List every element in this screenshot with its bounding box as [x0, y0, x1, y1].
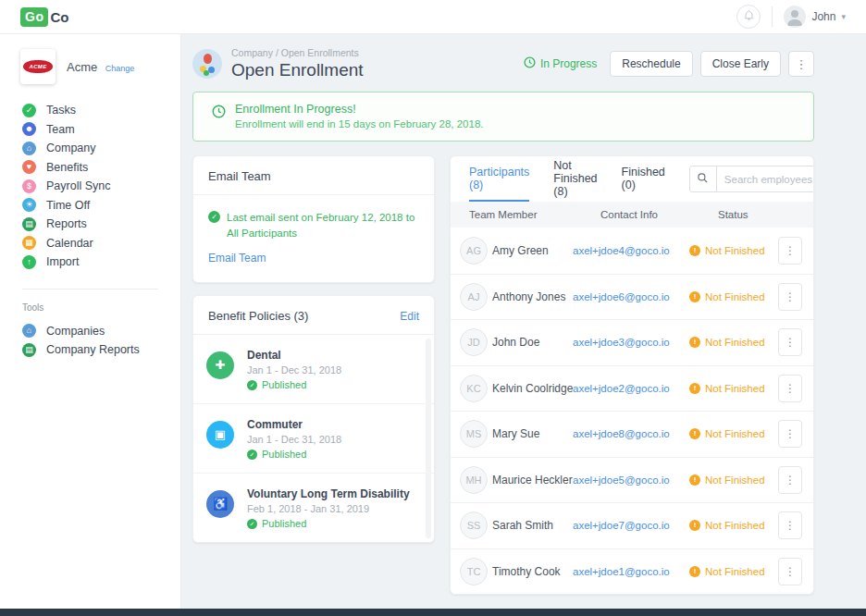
row-kebab-menu-button[interactable]: ⋮ [778, 558, 802, 585]
policy-item[interactable]: ▣ Commuter Jan 1 - Dec 31, 2018 ✓ Publis… [193, 403, 434, 473]
row-kebab-menu-button[interactable]: ⋮ [778, 375, 802, 402]
sidebar-item[interactable]: ↑ Import [0, 253, 180, 272]
policies-scrollbar[interactable] [426, 339, 431, 538]
sidebar-item[interactable]: ☻ Team [0, 120, 180, 140]
sidebar-tool-item-label: Companies [46, 325, 105, 338]
policy-dates: Jan 1 - Dec 31, 2018 [247, 364, 341, 376]
header-kebab-menu-button[interactable]: ⋮ [788, 51, 814, 77]
row-kebab-menu-button[interactable]: ⋮ [778, 511, 802, 539]
policy-dates: Jan 1 - Dec 31, 2018 [247, 434, 341, 445]
sidebar-item[interactable]: ▦ Calendar [0, 234, 180, 253]
member-email-link[interactable]: axel+jdoe3@goco.io [573, 337, 689, 348]
wheelchair-icon: ♿ [206, 490, 234, 518]
sidebar-item[interactable]: ☀ Time Off [0, 196, 180, 216]
row-kebab-menu-button[interactable]: ⋮ [778, 328, 802, 356]
status-badge: In Progress [524, 56, 597, 71]
participants-tab[interactable]: Not Finished (8) [553, 156, 597, 202]
kebab-icon: ⋮ [785, 336, 796, 349]
user-menu[interactable]: John ▾ [784, 6, 846, 28]
sidebar-tool-item[interactable]: ⌂ Companies [0, 322, 180, 341]
member-name: Kelvin Coolridge [492, 382, 573, 395]
change-company-link[interactable]: Change [105, 64, 135, 73]
member-name: Amy Green [492, 244, 573, 257]
calendar-icon: ▦ [22, 236, 36, 250]
sidebar-tools-nav: ⌂ Companies ▤ Company Reports [0, 322, 180, 360]
sidebar-item-label: Payroll Sync [46, 179, 110, 192]
member-email-link[interactable]: axel+jdoe5@goco.io [573, 474, 689, 486]
avatar: KC [460, 375, 488, 402]
search-control [689, 166, 814, 192]
reschedule-button[interactable]: Reschedule [610, 51, 692, 77]
row-kebab-menu-button[interactable]: ⋮ [778, 420, 802, 448]
participants-tab[interactable]: Participants (8) [469, 156, 529, 202]
member-status: ! Not Finished [689, 520, 778, 531]
sidebar-item-label: Company [46, 142, 96, 154]
breadcrumb-company[interactable]: Company [231, 47, 273, 58]
import-icon: ↑ [22, 255, 36, 269]
table-row: JD John Doe axel+jdoe3@goco.io ! Not Fin… [451, 319, 813, 365]
participants-tabs: Participants (8) Not Finished (8) Finish… [451, 156, 813, 202]
user-avatar [784, 6, 806, 28]
breadcrumb-open-enrollments[interactable]: Open Enrollments [281, 47, 359, 58]
goco-logo-badge: Go [20, 7, 48, 27]
member-status: ! Not Finished [689, 245, 778, 256]
kebab-icon: ⋮ [785, 474, 796, 487]
page-title: Open Enrollment [231, 60, 364, 80]
member-email-link[interactable]: axel+jdoe1@goco.io [573, 566, 689, 577]
policy-item[interactable]: ✚ Dental Jan 1 - Dec 31, 2018 ✓ Publishe… [193, 335, 434, 403]
check-icon: ✓ [247, 519, 257, 529]
row-kebab-menu-button[interactable]: ⋮ [778, 466, 802, 494]
sidebar: ACME Acme Change ✓ Tasks ☻ Team [0, 34, 181, 609]
email-team-card: Email Team ✓ Last email sent on February… [192, 155, 435, 283]
company-switcher: ACME Acme Change [0, 49, 180, 101]
table-row: KC Kelvin Coolridge axel+jdoe2@goco.io !… [451, 365, 813, 412]
member-status: ! Not Finished [689, 291, 778, 302]
warning-icon: ! [689, 520, 700, 531]
member-email-link[interactable]: axel+jdoe7@goco.io [573, 520, 689, 531]
benefit-policies-title: Benefit Policies (3) [208, 309, 308, 323]
row-kebab-menu-button[interactable]: ⋮ [778, 237, 802, 265]
member-name: John Doe [492, 336, 573, 349]
member-email-link[interactable]: axel+jdoe6@goco.io [573, 291, 689, 302]
enrollment-balloons-icon [192, 49, 222, 79]
participants-tab[interactable]: Finished (0) [622, 156, 665, 202]
policy-name: Dental [247, 349, 341, 362]
sidebar-tool-item-label: Company Reports [46, 343, 140, 356]
member-status: ! Not Finished [689, 337, 778, 348]
team-icon: ☻ [22, 122, 36, 136]
email-team-link[interactable]: Email Team [208, 252, 266, 265]
sidebar-item[interactable]: ♥ Benefits [0, 158, 180, 178]
enrollment-progress-alert: Enrollment In Progress! Enrollment will … [192, 92, 814, 142]
table-row: MS Mary Sue axel+jdoe8@goco.io ! Not Fin… [451, 411, 813, 457]
sidebar-item[interactable]: ⌂ Company [0, 139, 180, 158]
sidebar-item[interactable]: ▤ Reports [0, 215, 180, 234]
search-button[interactable] [689, 166, 717, 192]
policy-name: Voluntary Long Term Disability [247, 487, 410, 500]
company-name: Acme [67, 60, 97, 74]
edit-policies-link[interactable]: Edit [400, 310, 419, 323]
warning-icon: ! [689, 566, 700, 577]
sidebar-item[interactable]: $ Payroll Sync [0, 177, 180, 196]
column-contact-info: Contact Info [600, 209, 718, 220]
member-email-link[interactable]: axel+jdoe8@goco.io [573, 428, 689, 439]
close-early-button[interactable]: Close Early [700, 51, 781, 77]
sidebar-item[interactable]: ✓ Tasks [0, 101, 180, 120]
payroll-sync-icon: $ [22, 179, 36, 193]
sidebar-tool-item[interactable]: ▤ Company Reports [0, 340, 180, 360]
member-email-link[interactable]: axel+jdoe2@goco.io [573, 383, 689, 394]
kebab-icon: ⋮ [785, 382, 796, 395]
status-label: In Progress [540, 57, 597, 70]
notifications-button[interactable] [736, 5, 761, 29]
member-email-link[interactable]: axel+jdoe4@goco.io [573, 245, 689, 256]
goco-logo[interactable]: Go Co [20, 7, 68, 27]
tasks-icon: ✓ [22, 104, 36, 117]
benefits-icon: ♥ [22, 160, 36, 174]
table-header: Team Member Contact Info Status [451, 202, 813, 228]
company-logo[interactable]: ACME [20, 49, 56, 84]
warning-icon: ! [689, 337, 700, 348]
kebab-icon: ⋮ [796, 57, 808, 71]
policy-item[interactable]: ♿ Voluntary Long Term Disability Feb 1, … [193, 473, 434, 542]
companies-icon: ⌂ [22, 324, 36, 338]
search-input[interactable] [717, 166, 814, 192]
row-kebab-menu-button[interactable]: ⋮ [778, 283, 802, 311]
